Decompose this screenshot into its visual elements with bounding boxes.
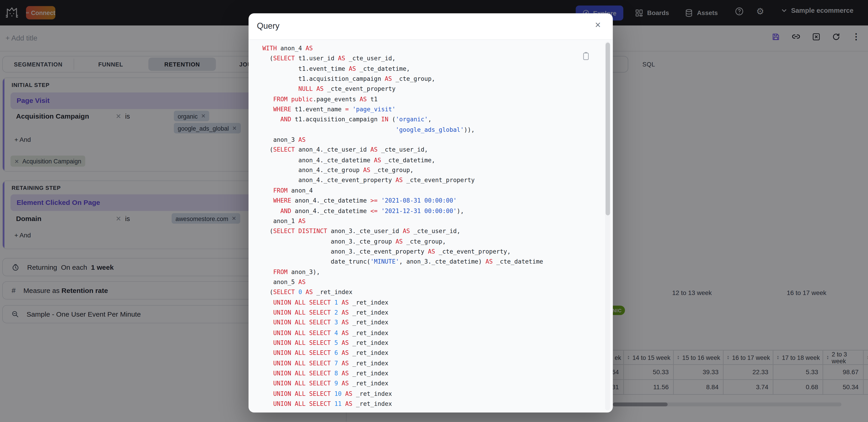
sql-code-line: (SELECT 0 AS _ret_index <box>262 288 596 298</box>
sql-code-line: UNION ALL SELECT 8 AS _ret_index <box>262 369 596 379</box>
close-icon[interactable]: × <box>592 19 604 31</box>
sql-code-line: FROM public.page_events AS t1 <box>262 94 596 105</box>
sql-code-line: anon_3._cte_group AS _cte_group, <box>262 237 596 247</box>
sql-code-line: anon_1 AS <box>262 216 596 227</box>
sql-code-line: WHERE anon_4._cte_datetime >= '2021-08-3… <box>262 196 596 206</box>
sql-code-line: UNION ALL SELECT 6 AS _ret_index <box>262 349 596 359</box>
sql-code-line: UNION ALL SELECT 5 AS _ret_index <box>262 338 596 349</box>
sql-code-line: anon_4._cte_event_property AS _cte_event… <box>262 176 596 186</box>
modal-title: Query <box>257 21 279 30</box>
sql-code-line: t1.acquisition_campaign AS _cte_group, <box>262 74 596 85</box>
sql-code-line: anon_3 AS <box>262 135 596 146</box>
query-modal: Query × WITH anon_4 AS (SELECT t1.user_i… <box>249 13 613 413</box>
sql-code-line: UNION ALL SELECT 11 AS _ret_index <box>262 399 596 410</box>
sql-code-block[interactable]: WITH anon_4 AS (SELECT t1.user_id AS _ct… <box>262 44 596 413</box>
modal-header: Query × <box>249 13 613 40</box>
sql-code-line: UNION ALL SELECT 1 AS _ret_index <box>262 298 596 308</box>
sql-code-line: (SELECT t1.user_id AS _cte_user_id, <box>262 54 596 64</box>
sql-code-line: AND t1.acquisition_campaign IN ('organic… <box>262 115 596 125</box>
sql-code-line: (SELECT DISTINCT anon_3._cte_user_id AS … <box>262 227 596 237</box>
sql-code-line: UNION ALL SELECT 9 AS _ret_index <box>262 379 596 389</box>
sql-code-line: FROM anon_3), <box>262 267 596 277</box>
sql-code-line: UNION ALL SELECT 10 AS _ret_index <box>262 389 596 399</box>
sql-code-line: anon_5 AS <box>262 277 596 288</box>
copy-code-button[interactable] <box>582 52 590 60</box>
sql-code-line: anon_4._cte_datetime AS _cte_datetime, <box>262 155 596 166</box>
sql-code-line: UNION ALL SELECT 2 AS _ret_index <box>262 308 596 318</box>
sql-code-line: AND anon_4._cte_datetime <= '2021-12-31 … <box>262 206 596 216</box>
sql-code-line: (SELECT anon_4._cte_user_id AS _cte_user… <box>262 145 596 155</box>
sql-code-line: WHERE t1.event_name = 'page_visit' <box>262 105 596 115</box>
sql-code-line: WITH anon_4 AS <box>262 44 596 54</box>
sql-code-line: UNION ALL SELECT 7 AS _ret_index <box>262 359 596 369</box>
sql-code-line: date_trunc('MINUTE', anon_3._cte_datetim… <box>262 257 596 267</box>
app-root: Connect Explore Boards Assets ⚙ <box>0 0 868 422</box>
modal-body: WITH anon_4 AS (SELECT t1.user_id AS _ct… <box>249 40 613 413</box>
sql-code-line: anon_3._cte_event_property AS _cte_event… <box>262 247 596 257</box>
modal-scrollbar[interactable] <box>605 41 610 410</box>
scrollbar-thumb[interactable] <box>606 42 610 215</box>
sql-code-line: anon_4._cte_group AS _cte_group, <box>262 166 596 176</box>
sql-code-line: NULL AS _cte_event_property <box>262 85 596 95</box>
sql-code-line: UNION ALL SELECT 4 AS _ret_index <box>262 328 596 338</box>
sql-code-line: FROM anon_4 <box>262 186 596 196</box>
sql-code-line: UNION ALL SELECT 3 AS _ret_index <box>262 318 596 328</box>
sql-code-line: 'google_ads_global')), <box>262 125 596 135</box>
sql-code-line: t1.event_time AS _cte_datetime, <box>262 64 596 74</box>
